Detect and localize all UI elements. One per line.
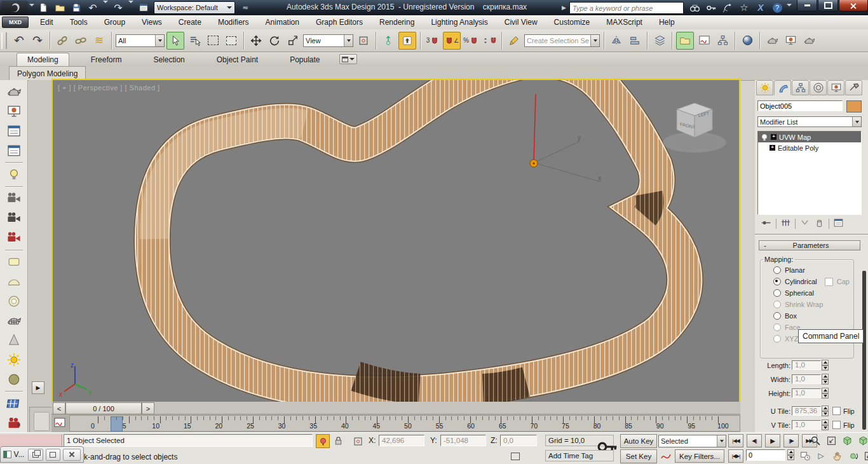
v-tile-field[interactable]: 1,0 (792, 420, 821, 430)
solar-panel-icon[interactable] (4, 394, 24, 413)
maxscript-mini-listener[interactable] (0, 434, 62, 447)
pin-stack-icon[interactable] (761, 217, 772, 229)
undo-icon[interactable]: ↶ (86, 1, 99, 14)
y-coordinate-field[interactable]: -51,048 (440, 435, 486, 446)
render-dialog-icon[interactable] (4, 122, 24, 140)
configure-modifier-sets-icon[interactable] (833, 217, 844, 229)
workspace-dropdown[interactable]: Workspace: Default (154, 1, 235, 14)
frame-spinner[interactable] (787, 449, 794, 460)
environment-dialog-icon[interactable] (4, 141, 24, 160)
add-time-tag-field[interactable]: Add Time Tag (545, 450, 614, 461)
minimize-button[interactable] (797, 0, 817, 11)
object-name-field[interactable] (757, 100, 843, 111)
selection-lock-icon[interactable] (331, 434, 345, 447)
menu-item[interactable]: Help (659, 18, 675, 27)
track-bar-ruler[interactable]: 0510152025303540455055606570758085909510… (69, 415, 740, 432)
ribbon-tab[interactable]: Selection (143, 53, 194, 66)
ribbon-tab[interactable]: Populate (280, 53, 330, 66)
orbit-button[interactable] (846, 449, 860, 462)
expand-icon[interactable]: + (771, 134, 776, 140)
angle-snap-button[interactable]: ∠ (443, 32, 461, 50)
v-flip-checkbox[interactable] (832, 421, 841, 429)
rollout-collapse-icon[interactable]: - (762, 242, 768, 249)
new-file-icon[interactable] (37, 1, 50, 14)
absolute-mode-button[interactable] (351, 435, 365, 447)
menu-item[interactable]: MAXScript (606, 18, 642, 27)
ribbon-collapse-button[interactable] (339, 54, 357, 64)
teapot-render-icon[interactable] (4, 83, 24, 101)
render-production-button[interactable] (801, 32, 817, 49)
key-filters-button[interactable]: Key Filters... (675, 449, 724, 463)
zoom-extents-all-button[interactable] (856, 434, 868, 447)
keyboard-override-button[interactable] (398, 32, 416, 50)
motion-tab-icon[interactable] (810, 80, 827, 95)
rendered-frame-icon[interactable] (4, 102, 24, 121)
disc-light-icon[interactable] (4, 292, 24, 310)
menu-item[interactable]: Modifiers (218, 18, 249, 27)
next-frame-playback-button[interactable]: ||▶ (783, 434, 799, 447)
redo-flyout-caret-icon[interactable] (128, 3, 133, 12)
area-light-icon[interactable] (4, 253, 24, 271)
help-flyout-caret-icon[interactable] (787, 6, 792, 15)
exchange-apps-icon[interactable]: X (754, 2, 768, 13)
parameters-rollout-header[interactable]: - Parameters (759, 240, 860, 250)
camera-spotlight-icon[interactable] (4, 209, 24, 228)
z-coordinate-field[interactable]: 0,0 (500, 435, 537, 446)
zoom-all-button[interactable] (824, 434, 838, 447)
expand-icon[interactable]: + (770, 145, 775, 151)
menu-item[interactable]: Rendering (379, 18, 414, 27)
zoom-button[interactable] (808, 434, 822, 447)
polygon-modeling-panel-tab[interactable]: Polygon Modeling (9, 66, 86, 80)
length-field[interactable]: 1,0 (792, 360, 821, 370)
mapping-option-cylindrical[interactable]: Cylindrical Cap (761, 276, 853, 287)
close-button[interactable] (839, 0, 868, 11)
redo-button[interactable]: ↷ (29, 32, 46, 49)
render-setup-button[interactable] (764, 32, 780, 49)
mini-curve-editor-icon[interactable] (53, 416, 66, 431)
unlink-icon[interactable] (72, 32, 89, 49)
u-tile-spinner[interactable] (822, 406, 829, 416)
rendered-frame-window-button[interactable] (782, 32, 799, 49)
previous-frame-playback-button[interactable]: ◀|| (747, 434, 762, 447)
key-mode-dropdown[interactable]: Selected (658, 435, 726, 447)
go-to-start-button[interactable]: |◀◀ (728, 434, 743, 447)
display-tab-icon[interactable] (827, 80, 844, 95)
make-unique-icon[interactable] (799, 217, 810, 229)
length-spinner[interactable] (822, 360, 829, 371)
time-tag-icon[interactable] (508, 450, 522, 463)
key-mode-toggle-button[interactable]: |◀▶| (728, 449, 743, 463)
infocenter-expand-icon[interactable]: ▶ (562, 4, 566, 11)
use-pivot-center-button[interactable] (355, 32, 372, 49)
track-bar[interactable]: 0510152025303540455055606570758085909510… (51, 414, 740, 432)
window-crossing-button[interactable] (223, 32, 240, 49)
dome-light-icon[interactable] (4, 272, 24, 290)
object-color-swatch[interactable] (846, 100, 862, 113)
perspective-viewport[interactable]: y x z x y [ + ] [ Perspective ] [ Shaded… (51, 79, 740, 403)
communication-center-icon[interactable] (721, 2, 735, 13)
spinner-snap-button[interactable] (481, 32, 498, 49)
align-button[interactable] (627, 32, 643, 49)
sphere-icon[interactable] (4, 371, 24, 389)
snap-toggle-button[interactable]: 3 (424, 32, 441, 49)
toolbar-flyout-arrow-button[interactable]: ▶ (32, 381, 44, 394)
scene-explorer-button[interactable] (676, 32, 694, 50)
layer-manager-button[interactable] (651, 32, 668, 49)
menu-item[interactable]: Lighting Analysis (431, 18, 487, 27)
percent-snap-button[interactable]: % (463, 32, 479, 49)
select-object-button[interactable] (166, 32, 184, 50)
light-lister-icon[interactable] (4, 165, 24, 184)
u-flip-checkbox[interactable] (832, 407, 841, 415)
select-by-name-button[interactable] (186, 32, 203, 49)
material-editor-button[interactable] (739, 32, 756, 49)
show-end-result-icon[interactable] (780, 217, 791, 229)
mapping-option-planar[interactable]: Planar (761, 264, 853, 276)
video-camera-icon[interactable] (4, 229, 24, 247)
v-tile-spinner[interactable] (822, 420, 829, 430)
utilities-tab-icon[interactable] (845, 80, 862, 95)
menu-item[interactable]: Group (104, 18, 125, 27)
modify-tab-icon[interactable] (774, 80, 791, 95)
menu-item[interactable]: Views (142, 18, 162, 27)
workspace-options-icon[interactable]: ≂ (239, 1, 252, 14)
current-frame-input[interactable] (746, 449, 785, 461)
reference-coordinate-dropdown[interactable]: View (303, 34, 353, 47)
